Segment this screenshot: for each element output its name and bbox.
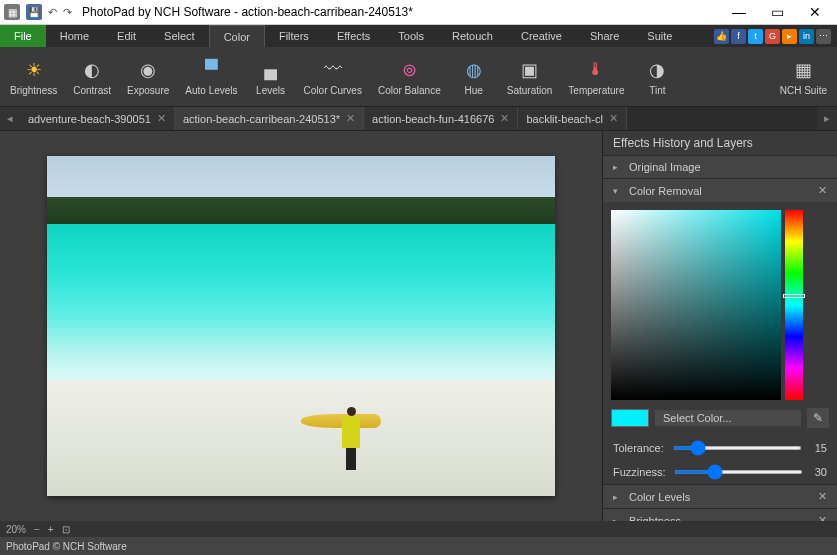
minimize-button[interactable]: —	[729, 4, 749, 20]
zoom-fit-button[interactable]: ⊡	[62, 524, 70, 535]
tab-close-icon[interactable]: ✕	[500, 112, 509, 125]
tool-label: Brightness	[10, 85, 57, 96]
tool-exposure[interactable]: ◉Exposure	[119, 56, 177, 98]
document-tabs: ◂ adventure-beach-390051✕action-beach-ca…	[0, 107, 837, 131]
app-icon: ▦	[4, 4, 20, 20]
tool-hue[interactable]: ◍Hue	[449, 56, 499, 98]
levels-icon: ▄	[259, 58, 283, 82]
social-more-icon[interactable]: ⋯	[816, 29, 831, 44]
section-brightness[interactable]: ▸ Brightness ✕	[603, 509, 837, 521]
tool-tint[interactable]: ◑Tint	[632, 56, 682, 98]
close-section-icon[interactable]: ✕	[818, 490, 827, 503]
tool-label: Saturation	[507, 85, 553, 96]
menu-color[interactable]: Color	[209, 25, 265, 47]
tool-saturation[interactable]: ▣Saturation	[499, 56, 561, 98]
menu-select[interactable]: Select	[150, 25, 209, 47]
brightness-icon: ☀	[22, 58, 46, 82]
tab-close-icon[interactable]: ✕	[157, 112, 166, 125]
status-bar: 20% − + ⊡	[0, 521, 837, 537]
tab-close-icon[interactable]: ✕	[346, 112, 355, 125]
close-section-icon[interactable]: ✕	[818, 514, 827, 521]
color-curves-icon: 〰	[321, 58, 345, 82]
section-color-levels[interactable]: ▸ Color Levels ✕	[603, 485, 837, 508]
tool-auto-levels[interactable]: ▀Auto Levels	[177, 56, 245, 98]
document-tab[interactable]: backlit-beach-cl✕	[518, 107, 626, 130]
menu-home[interactable]: Home	[46, 25, 103, 47]
close-section-icon[interactable]: ✕	[818, 184, 827, 197]
social-facebook-icon[interactable]: f	[731, 29, 746, 44]
tint-icon: ◑	[645, 58, 669, 82]
tab-label: action-beach-fun-416676	[372, 113, 494, 125]
contrast-icon: ◐	[80, 58, 104, 82]
eyedropper-button[interactable]: ✎	[807, 408, 829, 428]
fuzziness-slider[interactable]	[674, 470, 803, 474]
social-google-icon[interactable]: G	[765, 29, 780, 44]
chevron-right-icon: ▸	[613, 492, 623, 502]
select-color-button[interactable]: Select Color...	[655, 410, 801, 426]
canvas-area[interactable]	[0, 131, 602, 521]
zoom-out-button[interactable]: −	[34, 524, 40, 535]
tool-color-curves[interactable]: 〰Color Curves	[296, 56, 370, 98]
redo-icon[interactable]: ↷	[63, 6, 72, 19]
color-swatch	[611, 409, 649, 427]
save-icon[interactable]: 💾	[26, 4, 42, 20]
tool-label: Exposure	[127, 85, 169, 96]
tolerance-label: Tolerance:	[613, 442, 665, 454]
section-original-image[interactable]: ▸ Original Image	[603, 156, 837, 178]
tool-levels[interactable]: ▄Levels	[246, 56, 296, 98]
social-twitter-icon[interactable]: t	[748, 29, 763, 44]
tabs-scroll-right[interactable]: ▸	[817, 107, 837, 130]
social-share-icon[interactable]: ▸	[782, 29, 797, 44]
menu-share[interactable]: Share	[576, 25, 633, 47]
tool-temperature[interactable]: 🌡Temperature	[560, 56, 632, 98]
tool-nch-suite[interactable]: ▦NCH Suite	[772, 56, 835, 98]
tool-label: Tint	[649, 85, 665, 96]
tab-close-icon[interactable]: ✕	[609, 112, 618, 125]
nch-suite-icon: ▦	[791, 58, 815, 82]
document-tab[interactable]: adventure-beach-390051✕	[20, 107, 175, 130]
exposure-icon: ◉	[136, 58, 160, 82]
tool-brightness[interactable]: ☀Brightness	[2, 56, 65, 98]
social-linkedin-icon[interactable]: in	[799, 29, 814, 44]
maximize-button[interactable]: ▭	[767, 4, 787, 20]
image-canvas[interactable]	[47, 156, 555, 496]
undo-icon[interactable]: ↶	[48, 6, 57, 19]
tolerance-slider[interactable]	[673, 446, 802, 450]
menu-filters[interactable]: Filters	[265, 25, 323, 47]
tool-label: Auto Levels	[185, 85, 237, 96]
color-balance-icon: ⊚	[397, 58, 421, 82]
tool-label: Color Balance	[378, 85, 441, 96]
saturation-icon: ▣	[518, 58, 542, 82]
hue-slider[interactable]	[785, 210, 803, 400]
footer-text: PhotoPad © NCH Software	[6, 541, 127, 552]
menu-retouch[interactable]: Retouch	[438, 25, 507, 47]
panel-title: Effects History and Layers	[603, 131, 837, 156]
tab-label: action-beach-carribean-240513*	[183, 113, 340, 125]
ribbon: ☀Brightness◐Contrast◉Exposure▀Auto Level…	[0, 47, 837, 107]
section-color-removal[interactable]: ▾ Color Removal ✕	[603, 179, 837, 202]
tabs-scroll-left[interactable]: ◂	[0, 107, 20, 130]
chevron-down-icon: ▾	[613, 186, 623, 196]
fuzziness-value: 30	[811, 466, 827, 478]
menu-creative[interactable]: Creative	[507, 25, 576, 47]
zoom-in-button[interactable]: +	[48, 524, 54, 535]
menu-file[interactable]: File	[0, 25, 46, 47]
social-like-icon[interactable]: 👍	[714, 29, 729, 44]
menu-effects[interactable]: Effects	[323, 25, 384, 47]
document-tab[interactable]: action-beach-carribean-240513*✕	[175, 107, 364, 130]
document-tab[interactable]: action-beach-fun-416676✕	[364, 107, 518, 130]
effects-panel: Effects History and Layers ▸ Original Im…	[602, 131, 837, 521]
titlebar: ▦ 💾 ↶ ↷ PhotoPad by NCH Software - actio…	[0, 0, 837, 25]
footer-bar: PhotoPad © NCH Software	[0, 537, 837, 555]
menu-edit[interactable]: Edit	[103, 25, 150, 47]
hue-icon: ◍	[462, 58, 486, 82]
temperature-icon: 🌡	[584, 58, 608, 82]
menu-tools[interactable]: Tools	[384, 25, 438, 47]
tolerance-value: 15	[810, 442, 827, 454]
menu-suite[interactable]: Suite	[633, 25, 686, 47]
close-button[interactable]: ✕	[805, 4, 825, 20]
saturation-value-picker[interactable]	[611, 210, 781, 400]
tool-contrast[interactable]: ◐Contrast	[65, 56, 119, 98]
tool-color-balance[interactable]: ⊚Color Balance	[370, 56, 449, 98]
fuzziness-label: Fuzziness:	[613, 466, 666, 478]
